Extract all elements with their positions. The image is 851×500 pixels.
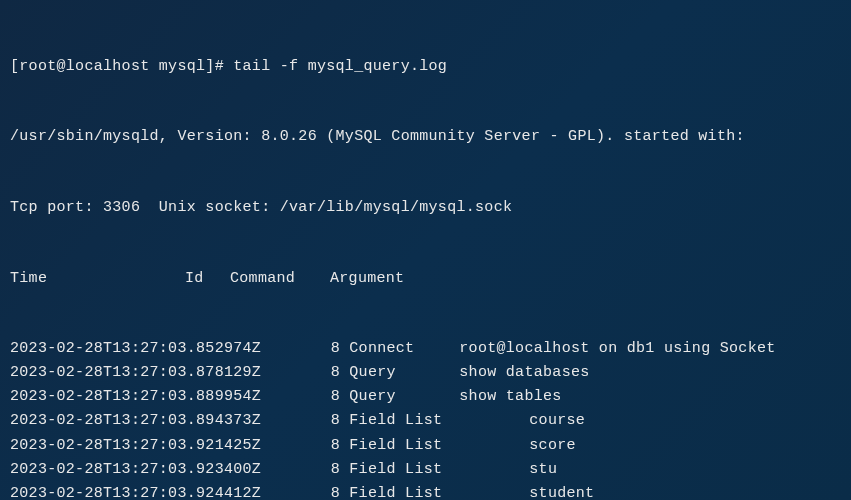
mysql-version-line: /usr/sbin/mysqld, Version: 8.0.26 (MySQL…	[10, 125, 841, 148]
log-id: 8	[260, 458, 340, 481]
log-id: 8	[260, 337, 340, 360]
log-command: Field List	[349, 482, 529, 500]
log-argument: show databases	[459, 361, 841, 384]
log-row: 2023-02-28T13:27:03.924412Z8 Field Lists…	[10, 482, 841, 500]
log-argument: show tables	[459, 385, 841, 408]
log-row: 2023-02-28T13:27:03.852974Z8 Connectroot…	[10, 337, 841, 360]
log-id: 8	[260, 361, 340, 384]
log-time: 2023-02-28T13:27:03.852974Z	[10, 337, 260, 360]
log-command: Connect	[349, 337, 459, 360]
header-id: Id	[185, 267, 230, 290]
log-header-row: TimeIdCommandArgument	[10, 267, 841, 290]
log-argument: score	[529, 434, 841, 457]
log-time: 2023-02-28T13:27:03.878129Z	[10, 361, 260, 384]
log-id: 8	[260, 482, 340, 500]
log-time: 2023-02-28T13:27:03.921425Z	[10, 434, 260, 457]
log-row: 2023-02-28T13:27:03.889954Z8 Queryshow t…	[10, 385, 841, 408]
log-row: 2023-02-28T13:27:03.894373Z8 Field Listc…	[10, 409, 841, 432]
header-time: Time	[10, 267, 185, 290]
log-id: 8	[260, 434, 340, 457]
mysql-socket-line: Tcp port: 3306 Unix socket: /var/lib/mys…	[10, 196, 841, 219]
log-row: 2023-02-28T13:27:03.923400Z8 Field Lists…	[10, 458, 841, 481]
log-argument: root@localhost on db1 using Socket	[459, 337, 841, 360]
log-command: Query	[349, 385, 459, 408]
log-body: 2023-02-28T13:27:03.852974Z8 Connectroot…	[10, 337, 841, 501]
log-command: Field List	[349, 458, 529, 481]
header-argument: Argument	[330, 267, 841, 290]
log-id: 8	[260, 385, 340, 408]
log-argument: student	[529, 482, 841, 500]
header-command: Command	[230, 267, 330, 290]
log-id: 8	[260, 409, 340, 432]
terminal-output: [root@localhost mysql]# tail -f mysql_qu…	[10, 8, 841, 500]
log-argument: stu	[529, 458, 841, 481]
log-time: 2023-02-28T13:27:03.894373Z	[10, 409, 260, 432]
log-argument: course	[529, 409, 841, 432]
log-time: 2023-02-28T13:27:03.924412Z	[10, 482, 260, 500]
log-command: Field List	[349, 409, 529, 432]
shell-prompt: [root@localhost mysql]# tail -f mysql_qu…	[10, 55, 841, 78]
log-row: 2023-02-28T13:27:03.921425Z8 Field Lists…	[10, 434, 841, 457]
log-time: 2023-02-28T13:27:03.923400Z	[10, 458, 260, 481]
log-command: Query	[349, 361, 459, 384]
log-row: 2023-02-28T13:27:03.878129Z8 Queryshow d…	[10, 361, 841, 384]
log-command: Field List	[349, 434, 529, 457]
log-time: 2023-02-28T13:27:03.889954Z	[10, 385, 260, 408]
